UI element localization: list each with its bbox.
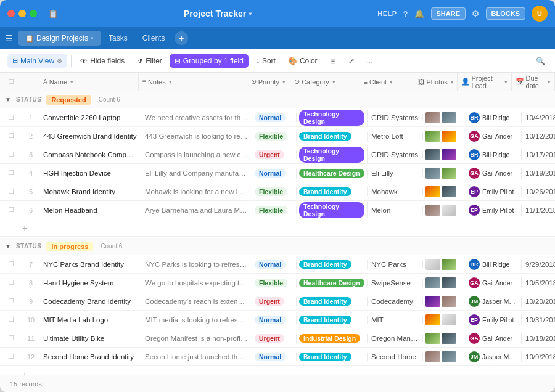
search-button[interactable]: 🔍 [533, 54, 548, 68]
maximize-button[interactable] [30, 10, 37, 17]
color-button[interactable]: 🎨 Color [283, 54, 323, 68]
lead-col-arrow[interactable]: ▾ [504, 79, 508, 85]
row-category-6[interactable]: Technology Design [297, 202, 368, 218]
help-icon[interactable]: ? [403, 9, 408, 18]
row-checkbox-7[interactable]: ☐ [0, 260, 22, 268]
table-row[interactable]: ☐ 3 Compass Notebook Computer Compass is… [0, 145, 555, 164]
row-category-5[interactable]: Brand Identity [297, 187, 368, 196]
name-col-arrow[interactable]: ▾ [70, 79, 73, 85]
tab-design-projects[interactable]: 📋 Design Projects ▾ [18, 31, 101, 46]
row-priority-6[interactable]: Flexible [252, 206, 297, 214]
row-checkbox-8[interactable]: ☐ [0, 279, 22, 287]
main-view-button[interactable]: ⊞ Main View ⚙ [7, 54, 67, 68]
sort-button[interactable]: ↕ Sort [251, 54, 281, 68]
title-dropdown-arrow[interactable]: ▾ [249, 10, 252, 17]
row-checkbox-10[interactable]: ☐ [0, 316, 22, 324]
tab-tasks[interactable]: Tasks [101, 31, 135, 46]
row-checkbox-2[interactable]: ☐ [0, 132, 22, 140]
row-checkbox-5[interactable]: ☐ [0, 187, 22, 195]
minimize-button[interactable] [18, 10, 26, 17]
due-col-arrow[interactable]: ▾ [548, 79, 551, 85]
blocks-button[interactable]: BLOCKS [486, 7, 525, 20]
row-checkbox-3[interactable]: ☐ [0, 150, 22, 158]
row-priority-5[interactable]: Flexible [252, 187, 297, 196]
row-priority-12[interactable]: Normal [252, 353, 297, 361]
table-row[interactable]: ☐ 4 HGH Injection Device Eli Lilly and C… [0, 164, 555, 182]
table-row[interactable]: ☐ 9 Codecademy Brand Identity Codecademy… [0, 292, 555, 311]
row-category-8[interactable]: Healthcare Design [297, 279, 368, 287]
row-name-2[interactable]: 443 Greenwich Brand Identity [39, 133, 141, 140]
row-priority-9[interactable]: Urgent [252, 297, 297, 306]
row-checkbox-11[interactable]: ☐ [0, 334, 22, 342]
row-category-9[interactable]: Brand Identity [297, 297, 368, 306]
row-priority-10[interactable]: Normal [252, 316, 297, 324]
row-category-2[interactable]: Brand Identity [297, 132, 368, 141]
row-checkbox-1[interactable]: ☐ [0, 113, 22, 121]
close-button[interactable] [7, 10, 15, 17]
table-row[interactable]: ☐ 11 Ultimate Utility Bike Oregon Manife… [0, 329, 555, 348]
table-row[interactable]: ☐ 5 Mohawk Brand Identity Mohawk is look… [0, 182, 555, 201]
header-lead[interactable]: 👤 Project Lead ▾ [458, 73, 512, 91]
share-button[interactable]: SHARE [431, 7, 466, 20]
table-row[interactable]: ☐ 7 NYC Parks Brand Identity NYC Parks i… [0, 255, 555, 274]
header-due[interactable]: 📅 Due date ▾ [512, 73, 555, 91]
row-name-8[interactable]: Hand Hygiene System [39, 279, 141, 287]
expand-button[interactable]: ⤢ [343, 54, 360, 68]
grouped-by-button[interactable]: ⊟ Grouped by 1 field [170, 54, 249, 68]
group-toggle-0[interactable]: ▼ [5, 96, 11, 103]
more-button[interactable]: ... [362, 54, 378, 68]
row-name-5[interactable]: Mohawk Brand Identity [39, 188, 141, 195]
row-name-3[interactable]: Compass Notebook Computer [39, 151, 141, 158]
row-category-4[interactable]: Healthcare Design [297, 169, 368, 178]
header-category[interactable]: ⊙ Category ▾ [290, 73, 360, 91]
row-priority-2[interactable]: Flexible [252, 132, 297, 141]
client-col-arrow[interactable]: ▾ [390, 79, 393, 85]
row-name-6[interactable]: Melon Headband [39, 206, 141, 214]
group-toggle-1[interactable]: ▼ [5, 243, 11, 250]
table-row[interactable]: ☐ 2 443 Greenwich Brand Identity 443 Gre… [0, 127, 555, 145]
row-name-10[interactable]: MIT Media Lab Logo [39, 316, 141, 324]
row-checkbox-4[interactable]: ☐ [0, 169, 22, 177]
row-checkbox-6[interactable]: ☐ [0, 206, 22, 214]
row-priority-4[interactable]: Normal [252, 169, 297, 178]
row-category-7[interactable]: Brand Identity [297, 260, 368, 269]
row-category-3[interactable]: Technology Design [297, 147, 368, 163]
row-priority-8[interactable]: Flexible [252, 279, 297, 287]
row-priority-3[interactable]: Urgent [252, 150, 297, 159]
row-name-9[interactable]: Codecademy Brand Identity [39, 298, 141, 305]
row-category-10[interactable]: Brand Identity [297, 316, 368, 324]
row-priority-11[interactable]: Urgent [252, 334, 297, 343]
row-checkbox-12[interactable]: ☐ [0, 353, 22, 361]
header-photos[interactable]: 🖼 Photos ▾ [414, 73, 458, 91]
header-priority[interactable]: ⊙ Priority ▾ [247, 73, 290, 91]
row-priority-1[interactable]: Normal [252, 113, 297, 122]
tab-clients[interactable]: Clients [135, 31, 173, 46]
notification-icon[interactable]: 🔔 [414, 9, 425, 18]
select-all-checkbox[interactable]: ☐ [8, 78, 14, 86]
header-notes[interactable]: ≡ Notes ▾ [139, 73, 247, 91]
hamburger-icon[interactable]: ☰ [5, 33, 13, 43]
table-row[interactable]: ☐ 10 MIT Media Lab Logo MIT media is loo… [0, 311, 555, 329]
row-name-1[interactable]: Convertible 2260 Laptop [39, 114, 141, 121]
hide-fields-button[interactable]: 👁 Hide fields [75, 54, 130, 68]
row-category-1[interactable]: Technology Design [297, 110, 368, 126]
row-name-12[interactable]: Second Home Brand Identity [39, 353, 141, 361]
add-tab-button[interactable]: + [175, 31, 188, 45]
table-row[interactable]: ☐ 6 Melon Headband Arye Barnehama and La… [0, 201, 555, 219]
row-category-11[interactable]: Industrial Design [297, 334, 368, 343]
user-avatar[interactable]: U [532, 6, 548, 22]
table-row[interactable]: ☐ 8 Hand Hygiene System We go to hospita… [0, 274, 555, 292]
settings-icon[interactable]: ⚙ [472, 9, 480, 18]
filter-button[interactable]: ⧩ Filter [132, 54, 167, 68]
category-col-arrow[interactable]: ▾ [332, 79, 335, 85]
row-name-7[interactable]: NYC Parks Brand Identity [39, 261, 141, 268]
add-row-1[interactable]: + [0, 366, 555, 375]
row-checkbox-9[interactable]: ☐ [0, 297, 22, 305]
table-row[interactable]: ☐ 12 Second Home Brand Identity Secon Ho… [0, 348, 555, 366]
notes-col-arrow[interactable]: ▾ [169, 79, 172, 85]
header-name[interactable]: A Name ▾ [39, 73, 139, 91]
row-priority-7[interactable]: Normal [252, 260, 297, 269]
row-name-11[interactable]: Ultimate Utility Bike [39, 335, 141, 342]
table-row[interactable]: ☐ 1 Convertible 2260 Laptop We need crea… [0, 108, 555, 127]
priority-col-arrow[interactable]: ▾ [282, 79, 286, 85]
